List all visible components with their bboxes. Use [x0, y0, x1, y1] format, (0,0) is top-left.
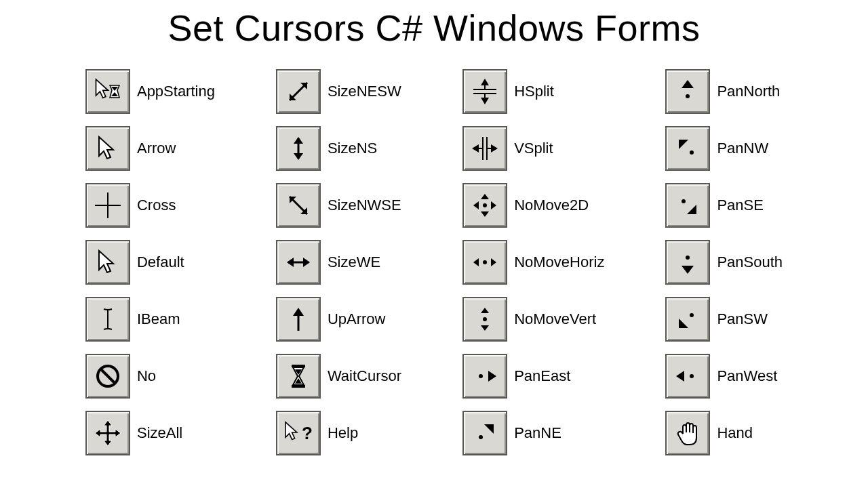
cursor-row-default: Default	[85, 240, 215, 285]
cursor-button-wait-cursor[interactable]	[276, 354, 321, 399]
pan-sw-icon	[672, 304, 703, 335]
app-starting-icon	[92, 76, 123, 107]
cursor-button-pan-south[interactable]	[665, 240, 710, 285]
cursor-row-pan-east: PanEast	[462, 354, 604, 399]
cursor-label: NoMoveVert	[514, 310, 596, 328]
pan-ne-icon	[469, 418, 500, 449]
cursor-button-v-split[interactable]	[462, 126, 507, 171]
cursor-row-pan-nw: PanNW	[665, 126, 783, 171]
cursor-label: UpArrow	[328, 310, 386, 328]
cursor-row-size-ns: SizeNS	[276, 126, 401, 171]
cursor-row-cross: Cross	[85, 183, 215, 228]
cursor-button-pan-sw[interactable]	[665, 297, 710, 342]
cursor-row-pan-ne: PanNE	[462, 411, 604, 455]
pan-north-icon	[672, 76, 703, 107]
cursor-label: PanEast	[514, 367, 570, 385]
wait-cursor-icon	[283, 361, 314, 392]
no-icon	[92, 361, 123, 392]
cursor-label: WaitCursor	[328, 367, 401, 385]
no-move-vert-icon	[469, 304, 500, 335]
cursor-row-no-move-vert: NoMoveVert	[462, 297, 604, 342]
cursor-grid: AppStartingArrowCrossDefaultIBeamNoSizeA…	[0, 69, 868, 455]
cursor-button-size-nwse[interactable]	[276, 183, 321, 228]
cursor-row-size-nwse: SizeNWSE	[276, 183, 401, 228]
cursor-row-no-move-2d: NoMove2D	[462, 183, 604, 228]
cursor-button-help[interactable]	[276, 411, 321, 455]
cursor-button-h-split[interactable]	[462, 69, 507, 114]
cursor-label: Arrow	[137, 140, 176, 157]
cursor-label: SizeNESW	[328, 83, 401, 100]
cursor-button-ibeam[interactable]	[85, 297, 130, 342]
cursor-label: PanSE	[717, 197, 764, 214]
cursor-label: PanWest	[717, 367, 777, 385]
cursor-button-pan-se[interactable]	[665, 183, 710, 228]
cursor-label: AppStarting	[137, 83, 215, 100]
pan-south-icon	[672, 247, 703, 278]
cursor-row-ibeam: IBeam	[85, 297, 215, 342]
cursor-button-pan-east[interactable]	[462, 354, 507, 399]
cursor-label: SizeNWSE	[328, 197, 401, 214]
up-arrow-icon	[283, 304, 314, 335]
cursor-button-pan-north[interactable]	[665, 69, 710, 114]
pan-nw-icon	[672, 133, 703, 164]
cursor-label: PanNW	[717, 140, 768, 157]
cursor-button-no[interactable]	[85, 354, 130, 399]
cursor-row-help: Help	[276, 411, 401, 455]
cursor-button-no-move-horiz[interactable]	[462, 240, 507, 285]
cursor-button-pan-west[interactable]	[665, 354, 710, 399]
cursor-button-up-arrow[interactable]	[276, 297, 321, 342]
cursor-row-v-split: VSplit	[462, 126, 604, 171]
no-move-horiz-icon	[469, 247, 500, 278]
size-nesw-icon	[283, 76, 314, 107]
cursor-row-hand: Hand	[665, 411, 783, 455]
cursor-label: IBeam	[137, 310, 180, 328]
cursor-label: VSplit	[514, 140, 553, 157]
cursor-label: NoMoveHoriz	[514, 253, 604, 271]
cursor-button-no-move-vert[interactable]	[462, 297, 507, 342]
cursor-button-pan-ne[interactable]	[462, 411, 507, 455]
arrow-icon	[92, 133, 123, 164]
help-icon	[283, 418, 314, 449]
cursor-label: No	[137, 367, 156, 385]
cursor-button-default[interactable]	[85, 240, 130, 285]
cursor-button-hand[interactable]	[665, 411, 710, 455]
cursor-label: NoMove2D	[514, 197, 589, 214]
cursor-label: PanNE	[514, 424, 561, 442]
cursor-row-up-arrow: UpArrow	[276, 297, 401, 342]
cursor-button-size-we[interactable]	[276, 240, 321, 285]
cursor-label: SizeAll	[137, 424, 182, 442]
cursor-label: SizeWE	[328, 253, 380, 271]
cursor-button-no-move-2d[interactable]	[462, 183, 507, 228]
h-split-icon	[469, 76, 500, 107]
cursor-row-no: No	[85, 354, 215, 399]
cross-icon	[92, 190, 123, 221]
cursor-button-size-all[interactable]	[85, 411, 130, 455]
cursor-row-size-all: SizeAll	[85, 411, 215, 455]
pan-east-icon	[469, 361, 500, 392]
cursor-button-size-nesw[interactable]	[276, 69, 321, 114]
size-nwse-icon	[283, 190, 314, 221]
size-ns-icon	[283, 133, 314, 164]
cursor-row-no-move-horiz: NoMoveHoriz	[462, 240, 604, 285]
cursor-row-pan-se: PanSE	[665, 183, 783, 228]
cursor-button-app-starting[interactable]	[85, 69, 130, 114]
cursor-button-size-ns[interactable]	[276, 126, 321, 171]
cursor-button-cross[interactable]	[85, 183, 130, 228]
cursor-row-pan-west: PanWest	[665, 354, 783, 399]
cursor-row-app-starting: AppStarting	[85, 69, 215, 114]
no-move-2d-icon	[469, 190, 500, 221]
pan-west-icon	[672, 361, 703, 392]
hand-icon	[672, 418, 703, 449]
pan-se-icon	[672, 190, 703, 221]
cursor-row-wait-cursor: WaitCursor	[276, 354, 401, 399]
page-title: Set Cursors C# Windows Forms	[0, 7, 868, 49]
cursor-label: PanSouth	[717, 253, 783, 271]
cursor-label: SizeNS	[328, 140, 377, 157]
default-icon	[92, 247, 123, 278]
cursor-row-pan-north: PanNorth	[665, 69, 783, 114]
cursor-label: HSplit	[514, 83, 554, 100]
cursor-row-size-nesw: SizeNESW	[276, 69, 401, 114]
cursor-label: Cross	[137, 197, 176, 214]
cursor-button-arrow[interactable]	[85, 126, 130, 171]
cursor-button-pan-nw[interactable]	[665, 126, 710, 171]
